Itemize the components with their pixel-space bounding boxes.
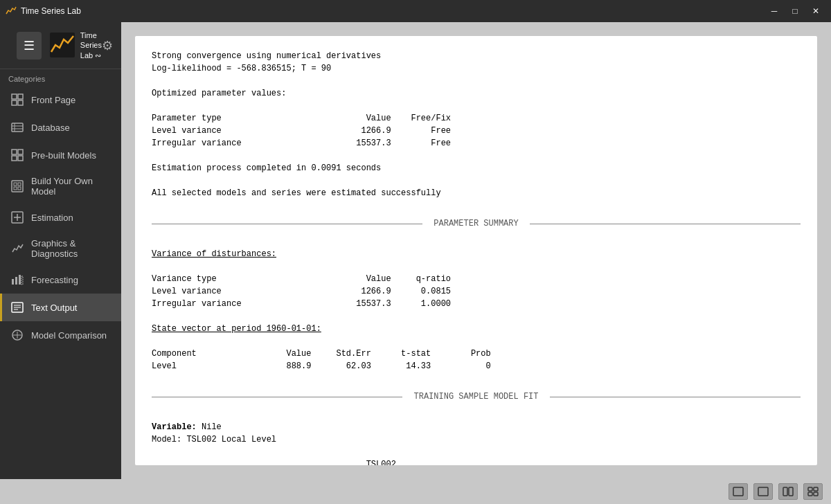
svg-rect-0 (50, 33, 75, 57)
build-model-icon (10, 179, 24, 193)
bottom-icon-2[interactable] (753, 483, 773, 500)
main-content: Strong convergence using numerical deriv… (121, 22, 831, 479)
sidebar-item-front-page[interactable]: Front Page (0, 86, 121, 114)
front-page-label: Front Page (31, 95, 75, 105)
svg-rect-21 (12, 279, 14, 285)
close-button[interactable]: ✕ (806, 4, 825, 18)
var-row1: Level variance 1266.9 0.0815 (152, 285, 801, 298)
training-divider: TRAINING SAMPLE MODEL FIT (152, 390, 801, 403)
graphics-diagnostics-label: Graphics & Diagnostics (31, 238, 113, 259)
svg-rect-16 (14, 187, 17, 190)
titlebar-left: Time Series Lab (6, 6, 81, 17)
svg-rect-12 (18, 156, 23, 161)
model-comparison-icon (10, 328, 24, 342)
output-line10 (152, 260, 801, 273)
output-line12 (152, 335, 801, 348)
svg-rect-5 (12, 123, 23, 132)
output-panel[interactable]: Strong convergence using numerical deriv… (135, 36, 817, 465)
param-summary-divider: PARAMETER SUMMARY (152, 217, 801, 230)
output-line6 (152, 150, 801, 162)
var-model: Model: TSL002 Local Level (152, 433, 801, 446)
sidebar-item-forecasting[interactable]: Forecasting (0, 266, 121, 294)
front-page-icon (10, 93, 24, 107)
sidebar-item-estimation[interactable]: Estimation (0, 204, 121, 231)
variance-header: Variance of disturbances: (152, 248, 801, 260)
titlebar: Time Series Lab ─ □ ✕ (0, 0, 831, 22)
sidebar-item-build-your-own-model[interactable]: Build Your Own Model (0, 169, 121, 204)
var-col-header: Variance type Value q-ratio (152, 273, 801, 285)
output-line8 (152, 199, 801, 212)
svg-rect-13 (12, 181, 23, 192)
output-line3 (152, 75, 801, 87)
forecasting-label: Forecasting (31, 275, 78, 285)
svg-rect-35 (789, 487, 793, 496)
success-msg: All selected models and series were esti… (152, 187, 801, 199)
svg-rect-39 (814, 492, 818, 496)
bottom-bar (0, 479, 831, 504)
svg-rect-9 (12, 150, 17, 154)
sidebar-item-model-comparison[interactable]: Model Comparison (0, 321, 121, 349)
param-row1: Level variance 1266.9 Free (152, 125, 801, 137)
param-row2: Irregular variance 15537.3 Free (152, 137, 801, 150)
output-line15 (152, 446, 801, 458)
svg-rect-37 (814, 487, 818, 491)
sidebar-item-text-output[interactable]: Text Output (0, 294, 121, 321)
svg-rect-38 (808, 492, 812, 496)
svg-rect-24 (21, 276, 23, 285)
svg-rect-3 (12, 100, 17, 105)
maximize-button[interactable]: □ (785, 4, 805, 18)
svg-rect-17 (18, 187, 21, 190)
state-vector-header: State vector at period 1960-01-01: (152, 323, 801, 335)
bottom-icon-4[interactable] (803, 483, 823, 500)
output-line13 (152, 372, 801, 385)
minimize-button[interactable]: ─ (765, 4, 784, 18)
sidebar-item-database[interactable]: Database (0, 114, 121, 141)
output-line5 (152, 100, 801, 112)
svg-rect-11 (12, 156, 17, 161)
forecasting-icon (10, 273, 24, 287)
pre-built-models-icon (10, 148, 24, 162)
output-line9 (152, 235, 801, 248)
svg-rect-33 (758, 487, 768, 496)
fit-col: TSL002 (152, 458, 801, 465)
param-summary-label: PARAMETER SUMMARY (422, 217, 529, 230)
graphics-icon (10, 242, 24, 255)
output-line1: Strong convergence using numerical deriv… (152, 50, 801, 62)
svg-rect-14 (14, 183, 17, 186)
svg-rect-22 (15, 277, 17, 285)
output-line11 (152, 310, 801, 323)
svg-rect-10 (18, 150, 23, 154)
svg-rect-23 (19, 275, 21, 285)
logo-icon (50, 33, 75, 57)
svg-rect-36 (808, 487, 812, 491)
logo-text: Time Series Lab ∾ (80, 30, 102, 60)
svg-rect-15 (18, 183, 21, 186)
sidebar-header: ☰ Time Series Lab ∾ ⚙ (0, 22, 121, 69)
output-line7 (152, 174, 801, 187)
var-row2: Irregular variance 15537.3 1.0000 (152, 298, 801, 310)
estimation-label: Estimation (31, 213, 73, 223)
svg-rect-32 (733, 487, 743, 496)
database-label: Database (31, 123, 70, 133)
param-header: Parameter type Value Free/Fix (152, 112, 801, 125)
sidebar-item-graphics-diagnostics[interactable]: Graphics & Diagnostics (0, 231, 121, 266)
output-line14 (152, 408, 801, 421)
sidebar-logo: Time Series Lab ∾ (50, 30, 102, 60)
text-output-label: Text Output (31, 303, 77, 313)
svg-rect-34 (783, 487, 787, 496)
sidebar-item-pre-built-models[interactable]: Pre-built Models (0, 141, 121, 169)
var-nile: Variable: Nile (152, 421, 801, 433)
database-icon (10, 120, 24, 134)
training-label: TRAINING SAMPLE MODEL FIT (402, 390, 549, 403)
svg-rect-4 (18, 100, 23, 105)
app-body: ☰ Time Series Lab ∾ ⚙ Categories (0, 22, 831, 479)
sidebar-menu-button[interactable]: ☰ (17, 32, 42, 60)
categories-label: Categories (0, 69, 121, 86)
state-row1: Level 888.9 62.03 14.33 0 (152, 360, 801, 372)
bottom-icon-3[interactable] (778, 483, 798, 500)
text-output-icon (10, 300, 24, 314)
bottom-icon-1[interactable] (729, 483, 748, 500)
svg-rect-2 (18, 94, 23, 99)
settings-icon[interactable]: ⚙ (102, 38, 113, 53)
titlebar-controls: ─ □ ✕ (765, 4, 825, 18)
